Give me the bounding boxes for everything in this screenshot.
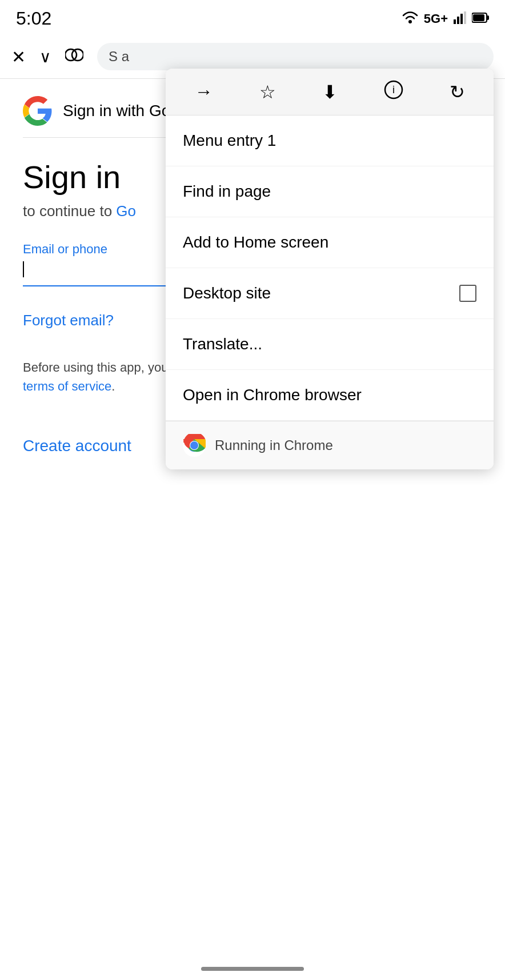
5g-icon: 5G+ xyxy=(424,11,448,26)
chevron-down-icon[interactable]: ∨ xyxy=(39,47,51,66)
email-label: Email or phone xyxy=(23,242,107,257)
google-header-text: Sign in with Goo xyxy=(63,102,179,120)
forward-icon[interactable]: → xyxy=(195,81,213,102)
svg-rect-1 xyxy=(454,19,456,24)
close-button[interactable]: ✕ xyxy=(11,47,26,67)
bookmark-icon[interactable]: ☆ xyxy=(259,81,276,103)
text-cursor xyxy=(23,261,24,277)
running-in-chrome-text: Running in Chrome xyxy=(215,437,333,453)
svg-point-8 xyxy=(65,49,77,61)
svg-rect-4 xyxy=(464,11,466,24)
menu-item-entry1[interactable]: Menu entry 1 xyxy=(166,115,494,166)
status-time: 5:02 xyxy=(16,8,51,29)
menu-item-translate[interactable]: Translate... xyxy=(166,319,494,370)
menu-item-desktop[interactable]: Desktop site xyxy=(166,268,494,319)
chrome-logo xyxy=(183,434,206,457)
tab-switcher-icon[interactable] xyxy=(65,47,83,67)
svg-rect-7 xyxy=(473,14,484,21)
create-account-button[interactable]: Create account xyxy=(23,437,131,455)
home-indicator xyxy=(201,967,304,971)
url-bar[interactable]: S a xyxy=(97,43,494,70)
desktop-site-checkbox[interactable] xyxy=(459,285,476,302)
terms-of-service-link[interactable]: terms of service xyxy=(23,379,111,393)
battery-icon xyxy=(472,11,489,26)
download-icon[interactable]: ⬇ xyxy=(322,81,338,103)
status-icons: 5G+ xyxy=(402,11,489,27)
wifi-icon xyxy=(402,11,418,27)
svg-point-15 xyxy=(190,441,198,449)
status-bar: 5:02 5G+ xyxy=(0,0,505,35)
menu-item-find[interactable]: Find in page xyxy=(166,166,494,217)
svg-rect-2 xyxy=(457,17,459,24)
menu-toolbar: → ☆ ⬇ i ↻ xyxy=(166,69,494,115)
refresh-icon[interactable]: ↻ xyxy=(450,81,465,103)
svg-point-0 xyxy=(408,20,412,23)
menu-footer: Running in Chrome xyxy=(166,421,494,469)
google-logo xyxy=(23,96,53,126)
continue-to-link[interactable]: Go xyxy=(116,202,136,220)
svg-text:i: i xyxy=(392,84,395,95)
context-menu: → ☆ ⬇ i ↻ Menu entry 1 Find in page Add … xyxy=(166,69,494,469)
svg-rect-3 xyxy=(460,14,463,24)
signal-icon xyxy=(454,11,466,26)
svg-point-9 xyxy=(72,49,83,61)
menu-item-add-home[interactable]: Add to Home screen xyxy=(166,217,494,268)
info-icon[interactable]: i xyxy=(384,80,403,103)
forgot-email-link[interactable]: Forgot email? xyxy=(23,312,114,329)
menu-item-open-chrome[interactable]: Open in Chrome browser xyxy=(166,370,494,421)
svg-rect-6 xyxy=(487,15,489,20)
